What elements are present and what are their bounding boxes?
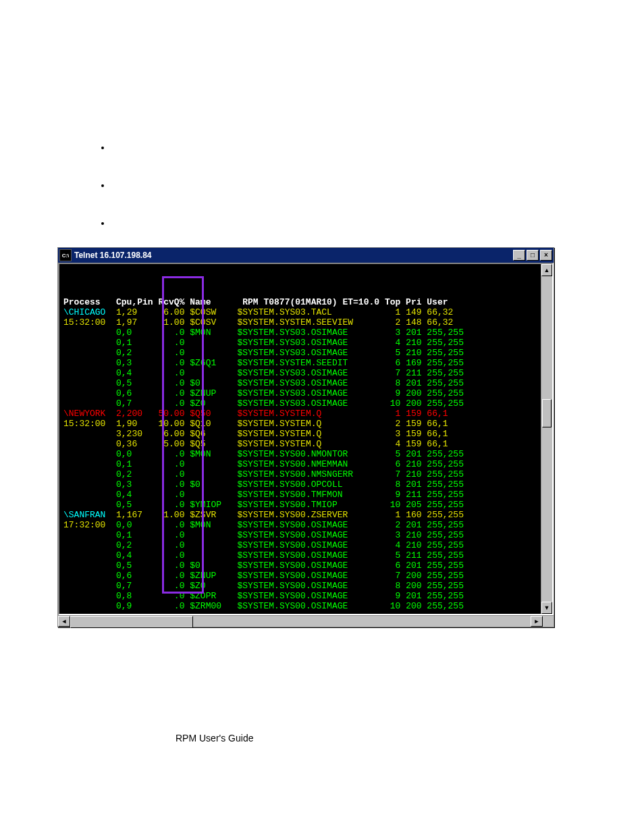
process-row: 0,2 .0 $SYSTEM.SYS03.OSIMAGE 5 210 255,2… <box>63 348 541 358</box>
process-row: 0,5 .0 $0 $SYSTEM.SYS00.OSIMAGE 6 201 25… <box>63 561 541 571</box>
scroll-down-icon[interactable]: ▼ <box>541 602 552 614</box>
process-row: 0,5 .0 $YMIOP $SYSTEM.SYS00.TMIOP 10 205… <box>63 500 541 510</box>
process-row: \SANFRAN 1,167 1.00 $ZSVR $SYSTEM.SYS00.… <box>63 510 541 520</box>
process-row: 0,0 .0 $MON $SYSTEM.SYS00.NMONTOR 5 201 … <box>63 449 541 459</box>
close-button[interactable]: × <box>540 250 552 261</box>
horizontal-scrollbar[interactable]: ◄ ► <box>58 615 554 627</box>
bullet-item <box>111 142 114 153</box>
header-row: Process Cpu,Pin RcvQ% Name RPM T0877(01M… <box>63 297 541 307</box>
hscroll-thumb[interactable] <box>70 616 193 628</box>
scroll-left-icon[interactable]: ◄ <box>58 616 70 627</box>
process-row: 0,9 .0 $ZRM00 $SYSTEM.SYS00.OSIMAGE 10 2… <box>63 601 541 611</box>
vertical-scrollbar[interactable]: ▲ ▼ <box>541 264 552 614</box>
scroll-up-icon[interactable]: ▲ <box>541 264 552 276</box>
telnet-window: C:\ Telnet 16.107.198.84 _ □ × Process C… <box>57 247 554 627</box>
process-row: 15:32:00 1,97 1.00 $COSV $SYSTEM.SYSTEM.… <box>63 317 541 328</box>
process-row: 15:32:00 1,90 10.00 $Q10 $SYSTEM.SYSTEM.… <box>63 419 541 429</box>
maximize-button[interactable]: □ <box>527 250 539 261</box>
minimize-button[interactable]: _ <box>513 250 525 261</box>
process-row: 0,1 .0 $SYSTEM.SYS03.OSIMAGE 4 210 255,2… <box>63 338 541 348</box>
process-row: 0,5 .0 $0 $SYSTEM.SYS03.OSIMAGE 8 201 25… <box>63 378 541 388</box>
footer-text: RPM User's Guide <box>176 733 253 744</box>
process-row: 0,4 .0 $SYSTEM.SYS00.TMFMON 9 211 255,25… <box>63 490 541 500</box>
scroll-right-icon[interactable]: ► <box>531 616 543 627</box>
process-row: 0,7 .0 $Z0 $SYSTEM.SYS00.OSIMAGE 8 200 2… <box>63 581 541 591</box>
process-row: 0,36 5.00 $Q5 $SYSTEM.SYSTEM.Q 4 159 66,… <box>63 439 541 449</box>
process-row: 0,6 .0 $ZNUP $SYSTEM.SYS00.OSIMAGE 7 200… <box>63 571 541 581</box>
bullet-item <box>111 218 114 229</box>
process-row: 0,3 .0 $Z6Q1 $SYSTEM.SYSTEM.SEEDIT 6 169… <box>63 358 541 368</box>
terminal-content: Process Cpu,Pin RcvQ% Name RPM T0877(01M… <box>59 264 541 614</box>
process-row: 0,8 .0 $ZOPR $SYSTEM.SYS00.OSIMAGE 9 201… <box>63 591 541 601</box>
terminal-area[interactable]: Process Cpu,Pin RcvQ% Name RPM T0877(01M… <box>58 263 554 615</box>
app-icon: C:\ <box>59 249 72 261</box>
resize-grip[interactable] <box>543 616 554 627</box>
process-row: 0,6 .0 $ZNUP $SYSTEM.SYS03.OSIMAGE 9 200… <box>63 388 541 398</box>
process-row: 0,2 .0 $SYSTEM.SYS00.OSIMAGE 4 210 255,2… <box>63 540 541 550</box>
window-title: Telnet 16.107.198.84 <box>74 251 152 260</box>
process-row: 3,230 6.00 $Q6 $SYSTEM.SYSTEM.Q 3 159 66… <box>63 429 541 439</box>
process-row: 0,7 .0 $Z0 $SYSTEM.SYS03.OSIMAGE 10 200 … <box>63 398 541 409</box>
process-row: 0,0 .0 $MON $SYSTEM.SYS03.OSIMAGE 3 201 … <box>63 328 541 338</box>
bullet-list <box>84 142 114 256</box>
process-row: \CHICAGO 1,29 6.00 $COSW $SYSTEM.SYS03.T… <box>63 307 541 317</box>
process-row: 0,4 .0 $SYSTEM.SYS00.OSIMAGE 5 211 255,2… <box>63 550 541 561</box>
process-row: \NEWYORK 2,200 50.00 $Q50 $SYSTEM.SYSTEM… <box>63 409 541 419</box>
process-row: 0,1 .0 $SYSTEM.SYS00.NMEMMAN 6 210 255,2… <box>63 459 541 469</box>
scroll-thumb[interactable] <box>542 399 552 427</box>
title-bar[interactable]: C:\ Telnet 16.107.198.84 _ □ × <box>58 248 554 263</box>
process-row: 0,1 .0 $SYSTEM.SYS00.OSIMAGE 3 210 255,2… <box>63 530 541 540</box>
process-row: 0,3 .0 $0 $SYSTEM.SYS00.OPCOLL 8 201 255… <box>63 479 541 490</box>
process-row: 17:32:00 0,0 .0 $MON $SYSTEM.SYS00.OSIMA… <box>63 520 541 530</box>
bullet-item <box>111 180 114 191</box>
process-row: 0,2 .0 $SYSTEM.SYS00.NMSNGERR 7 210 255,… <box>63 469 541 479</box>
process-row: 0,4 .0 $SYSTEM.SYS03.OSIMAGE 7 211 255,2… <box>63 368 541 378</box>
